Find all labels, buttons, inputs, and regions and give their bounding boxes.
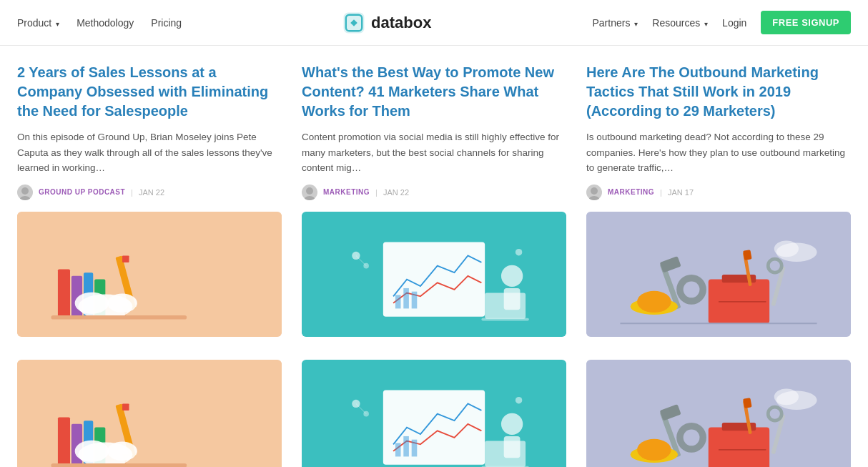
svg-point-31 [591,187,598,195]
svg-point-28 [516,249,522,255]
svg-point-44 [684,281,700,298]
svg-rect-20 [395,295,401,308]
svg-point-86 [684,429,700,446]
article-card: 80 of The Best, Easiest-to-Use, and Most… [17,360,282,467]
article-image [302,360,566,467]
article-image [586,212,851,337]
logo[interactable]: databox [342,11,431,34]
nav-left: Product ▾ Methodology Pricing [17,17,182,29]
avatar [302,185,317,200]
nav-resources[interactable]: Resources ▾ [652,17,708,29]
svg-point-16 [306,187,313,195]
article-date: JAN 17 [668,188,694,197]
article-meta: MARKETING | JAN 17 [586,185,851,200]
free-signup-button[interactable]: FREE SIGNUP [761,11,851,34]
svg-rect-50 [17,363,282,467]
chevron-down-icon: ▾ [634,20,638,28]
article-excerpt: Content promotion via social media is st… [302,129,566,176]
svg-rect-76 [709,427,769,467]
article-excerpt: Is outbound marketing dead? Not accordin… [586,129,851,176]
avatar [17,185,33,200]
article-title-link[interactable]: 2 Years of Sales Lessons at a Company Ob… [17,63,282,129]
svg-rect-15 [51,315,187,320]
svg-point-59 [75,440,109,461]
nav-methodology[interactable]: Methodology [77,17,134,29]
separator: | [131,188,133,197]
article-excerpt: On this episode of Ground Up, Brian Mose… [17,129,282,176]
svg-rect-66 [412,439,418,456]
article-card: Advice on Preparing for a Client Reporti… [302,360,566,467]
separator: | [660,188,662,197]
svg-point-2 [21,187,29,195]
article-image [302,212,566,337]
article-category: MARKETING [323,188,370,196]
svg-point-3 [19,196,31,200]
article-category: MARKETING [608,188,654,196]
svg-rect-11 [122,255,129,262]
article-image [17,212,282,337]
article-card: What's the Best Way to Promote New Conte… [302,63,566,337]
main-content: 2 Years of Sales Lessons at a Company Ob… [0,46,868,467]
avatar [586,185,602,200]
svg-point-46 [637,291,671,313]
article-title: 2 Years of Sales Lessons at a Company Ob… [17,63,282,121]
svg-point-91 [774,388,799,405]
nav-pricing[interactable]: Pricing [151,17,182,29]
svg-point-49 [774,240,799,257]
svg-rect-22 [412,291,418,308]
article-title-link[interactable]: What's the Best Way to Promote New Conte… [302,63,566,129]
svg-point-13 [75,292,109,313]
article-date: JAN 22 [383,188,409,197]
nav-partners[interactable]: Partners ▾ [592,17,638,29]
nav-right: Partners ▾ Resources ▾ Login FREE SIGNUP [592,11,851,34]
svg-rect-29 [485,293,526,318]
logo-icon [342,11,365,34]
svg-rect-73 [485,441,526,466]
article-card: 2 Years of Sales Lessons at a Company Ob… [17,63,282,337]
svg-rect-5 [58,269,70,316]
svg-point-14 [107,293,137,313]
nav-login[interactable]: Login [722,17,746,29]
article-meta: GROUND UP PODCAST | JAN 22 [17,185,282,200]
svg-point-60 [107,441,137,461]
svg-point-17 [304,196,315,200]
separator: | [375,188,378,197]
article-meta: MARKETING | JAN 22 [302,185,566,200]
svg-point-23 [501,265,523,286]
svg-rect-65 [403,436,409,456]
article-image [17,360,282,467]
svg-point-67 [501,413,523,434]
articles-grid: 2 Years of Sales Lessons at a Company Ob… [17,63,851,467]
logo-text: databox [371,14,431,32]
article-category: GROUND UP PODCAST [39,188,125,196]
svg-rect-57 [122,403,129,410]
nav-product[interactable]: Product ▾ [17,17,59,29]
article-title: Here Are The Outbound Marketing Tactics … [586,63,851,121]
chevron-down-icon: ▾ [56,20,59,28]
article-card: Here Are The Outbound Marketing Tactics … [586,63,851,337]
svg-rect-30 [481,318,528,320]
navbar: Product ▾ Methodology Pricing databox Pa… [0,0,868,46]
svg-rect-61 [51,463,187,467]
article-card: How to Build A Successful Content Market… [586,360,851,467]
chevron-down-icon: ▾ [704,20,708,28]
svg-rect-21 [403,288,409,308]
article-image [586,360,851,467]
svg-rect-51 [58,417,70,464]
article-title-link[interactable]: Here Are The Outbound Marketing Tactics … [586,63,851,129]
svg-point-72 [516,397,522,403]
svg-point-88 [637,439,671,461]
svg-point-32 [588,196,600,200]
article-date: JAN 22 [139,188,164,197]
svg-rect-64 [395,443,401,456]
article-title: What's the Best Way to Promote New Conte… [302,63,566,121]
